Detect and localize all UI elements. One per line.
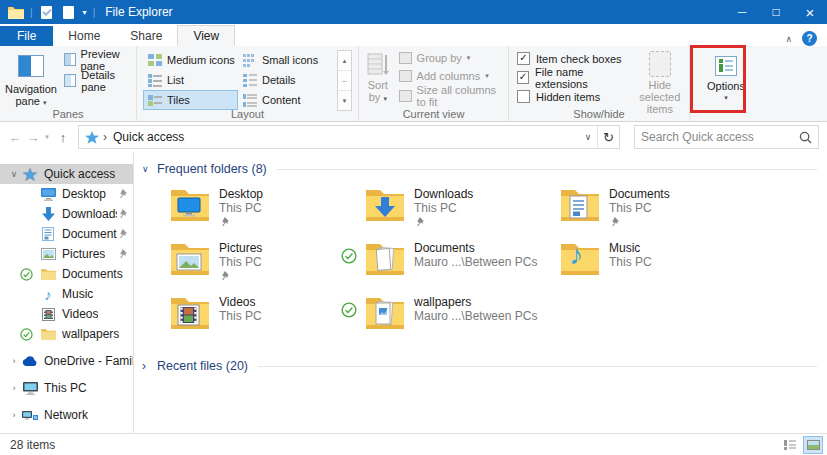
- hidden-items-checkbox[interactable]: Hidden items: [511, 87, 631, 106]
- tile-downloads[interactable]: Downloads This PC: [365, 186, 560, 237]
- ribbon-group-show-hide: ✓ Item check boxes ✓ File name extension…: [509, 46, 690, 121]
- recent-files-header[interactable]: › Recent files (20): [142, 359, 817, 373]
- properties-icon[interactable]: [39, 4, 55, 20]
- separator: |: [30, 7, 33, 18]
- layout-list[interactable]: List: [143, 70, 238, 90]
- group-by-button[interactable]: Group by ▾: [395, 49, 506, 67]
- gallery-scroll-down-icon[interactable]: ─: [338, 71, 351, 91]
- maximize-button[interactable]: □: [759, 0, 793, 24]
- sidebar-item-network[interactable]: › Network: [0, 405, 133, 425]
- sidebar-item-label: Documents: [62, 267, 123, 281]
- breadcrumb-location[interactable]: Quick access: [113, 130, 184, 144]
- recent-locations-icon[interactable]: ▾: [42, 133, 52, 141]
- layout-medium-icons[interactable]: Medium icons: [143, 50, 238, 70]
- group-label-current-view: Current view: [359, 108, 508, 120]
- search-input[interactable]: [641, 130, 799, 144]
- section-rule: [277, 169, 817, 170]
- sidebar-item-documents-synced[interactable]: Documents: [0, 264, 133, 284]
- tab-share[interactable]: Share: [115, 26, 177, 46]
- thumbnail-view-toggle[interactable]: [803, 436, 823, 454]
- checkbox-checked-icon: ✓: [517, 71, 529, 84]
- search-icon[interactable]: [799, 131, 812, 144]
- small-icons-label: Small icons: [262, 54, 318, 66]
- refresh-icon[interactable]: ↻: [597, 126, 619, 148]
- preview-pane-button[interactable]: Preview pane: [60, 49, 134, 70]
- help-icon[interactable]: ?: [802, 31, 817, 46]
- collapsed-chevron-icon[interactable]: ›: [8, 356, 20, 366]
- sort-by-label: Sort: [368, 79, 388, 91]
- size-all-columns-button[interactable]: Size all columns to fit: [395, 85, 506, 106]
- file-name-extensions-checkbox[interactable]: ✓ File name extensions: [511, 68, 631, 87]
- group-by-label: Group by: [417, 52, 462, 64]
- content-label: Content: [262, 94, 301, 106]
- sidebar-item-onedrive[interactable]: › OneDrive - Family: [0, 351, 133, 371]
- navigation-pane: ∨ Quick access Desktop Downloads Documen: [0, 152, 134, 433]
- tile-videos[interactable]: Videos This PC: [170, 294, 365, 345]
- tile-desktop[interactable]: Desktop This PC: [170, 186, 365, 237]
- address-box[interactable]: › Quick access ∨ ↻: [78, 125, 620, 149]
- layout-tiles[interactable]: Tiles: [143, 90, 238, 110]
- customize-toolbar-icon[interactable]: ▾: [83, 8, 87, 17]
- sidebar-item-desktop[interactable]: Desktop: [0, 184, 133, 204]
- address-dropdown-icon[interactable]: ∨: [579, 132, 597, 142]
- details-label: Details: [262, 74, 296, 86]
- collapse-ribbon-icon[interactable]: ∧: [785, 34, 792, 44]
- medium-icons-label: Medium icons: [167, 54, 235, 66]
- tab-file[interactable]: File: [0, 26, 53, 46]
- tile-pictures[interactable]: Pictures This PC: [170, 240, 365, 291]
- sidebar-item-pictures[interactable]: Pictures: [0, 244, 133, 264]
- tile-location: This PC: [219, 201, 263, 215]
- tile-wallpapers[interactable]: wallpapers Mauro ...\Between PCs: [365, 294, 560, 345]
- sidebar-item-documents[interactable]: Documents: [0, 224, 133, 244]
- sidebar-item-this-pc[interactable]: › This PC: [0, 378, 133, 398]
- frequent-folders-header[interactable]: ∨ Frequent folders (8): [142, 162, 817, 176]
- sidebar-item-videos[interactable]: Videos: [0, 304, 133, 324]
- sidebar-item-label: Quick access: [44, 167, 115, 181]
- sort-by-button[interactable]: Sort by ▾: [361, 49, 395, 106]
- group-by-icon: [399, 52, 412, 64]
- breadcrumb-arrow-icon: ›: [103, 130, 107, 144]
- collapsed-chevron-icon[interactable]: ›: [8, 383, 20, 393]
- add-columns-button[interactable]: Add columns ▾: [395, 67, 506, 85]
- options-button[interactable]: Options ▾: [704, 49, 748, 106]
- tab-home[interactable]: Home: [53, 26, 115, 46]
- sidebar-item-music[interactable]: ♪ Music: [0, 284, 133, 304]
- pin-icon: [219, 270, 262, 284]
- back-icon[interactable]: ←: [6, 130, 24, 145]
- layout-small-icons[interactable]: Small icons: [238, 50, 333, 70]
- sidebar-item-downloads[interactable]: Downloads: [0, 204, 133, 224]
- videos-folder-icon: [170, 295, 210, 330]
- close-button[interactable]: ×: [793, 0, 827, 24]
- details-pane-button[interactable]: Details pane: [60, 70, 134, 91]
- section-chevron-down-icon[interactable]: ∨: [142, 164, 150, 174]
- new-folder-icon[interactable]: [61, 4, 77, 20]
- section-chevron-right-icon[interactable]: ›: [142, 359, 150, 373]
- collapsed-chevron-icon[interactable]: ›: [8, 410, 20, 420]
- forward-icon[interactable]: →: [24, 130, 42, 145]
- expand-chevron-icon[interactable]: ∨: [8, 169, 20, 179]
- search-box[interactable]: [634, 125, 819, 149]
- hide-selected-items-button[interactable]: Hide selected items: [633, 49, 687, 106]
- tile-music[interactable]: ♪ Music This PC: [560, 240, 755, 291]
- window-title: File Explorer: [105, 5, 172, 19]
- sidebar-item-label: OneDrive - Family: [44, 354, 133, 368]
- sidebar-item-wallpapers[interactable]: wallpapers: [0, 324, 133, 344]
- group-by-dropdown-icon: ▾: [467, 54, 471, 62]
- gallery-scrollbar[interactable]: ▲ ─ ▼: [337, 50, 352, 111]
- downloads-folder-icon: [365, 187, 405, 222]
- navigation-pane-label: Navigation: [5, 83, 57, 95]
- tile-documents[interactable]: Documents This PC: [560, 186, 755, 237]
- navigation-pane-button[interactable]: Navigation pane ▾: [2, 49, 60, 111]
- hidden-items-label: Hidden items: [536, 91, 600, 103]
- tile-documents-synced[interactable]: Documents Mauro ...\Between PCs: [365, 240, 560, 291]
- layout-details[interactable]: Details: [238, 70, 333, 90]
- sidebar-item-quick-access[interactable]: ∨ Quick access: [0, 164, 133, 184]
- details-view-toggle[interactable]: [780, 436, 800, 454]
- details-icon: [243, 74, 257, 87]
- minimize-button[interactable]: ─: [725, 0, 759, 24]
- layout-content[interactable]: Content: [238, 90, 333, 110]
- gallery-scroll-up-icon[interactable]: ▲: [338, 51, 351, 71]
- this-pc-icon: [22, 380, 38, 396]
- up-icon[interactable]: ↑: [52, 130, 74, 145]
- tab-view[interactable]: View: [177, 25, 235, 46]
